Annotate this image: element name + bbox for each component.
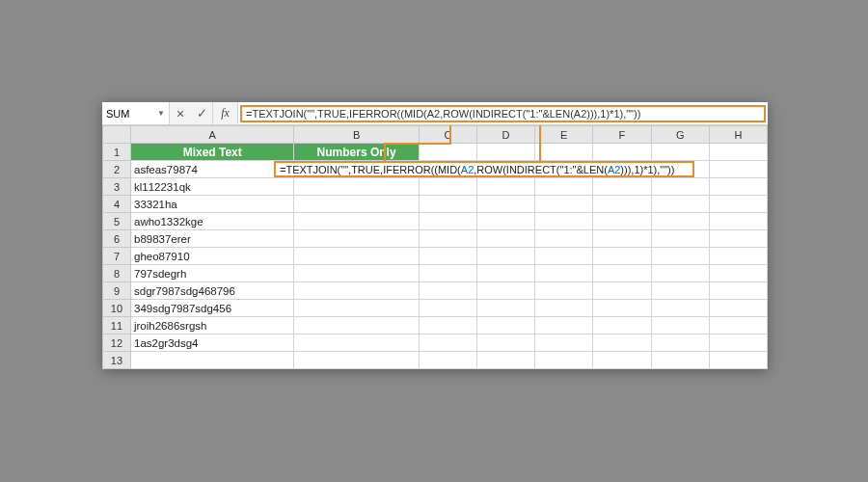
col-header-H[interactable]: H bbox=[709, 126, 767, 144]
cell-A13[interactable] bbox=[130, 352, 293, 369]
cell-B7[interactable] bbox=[294, 248, 419, 265]
cell-G1[interactable] bbox=[651, 144, 709, 161]
cell-B10[interactable] bbox=[294, 300, 419, 317]
cell-B12[interactable] bbox=[294, 335, 419, 352]
header-numbers-only[interactable]: Numbers Only bbox=[294, 144, 419, 161]
column-header-row: A B C D E F G H bbox=[103, 126, 768, 144]
col-header-G[interactable]: G bbox=[651, 126, 709, 144]
col-header-C[interactable]: C bbox=[419, 126, 476, 144]
cell-A6[interactable]: b89837erer bbox=[130, 230, 293, 248]
row-header-11[interactable]: 11 bbox=[103, 317, 131, 335]
row-header-2[interactable]: 2 bbox=[103, 161, 131, 178]
row-5: 5 awho1332kge bbox=[103, 213, 768, 230]
formula-bar-text: =TEXTJOIN("",TRUE,IFERROR((MID(A2,ROW(IN… bbox=[246, 108, 640, 120]
cell-E1[interactable] bbox=[535, 144, 593, 161]
name-box-value: SUM bbox=[106, 108, 129, 120]
cell-H1[interactable] bbox=[709, 144, 767, 161]
row-6: 6 b89837erer bbox=[103, 230, 768, 248]
row-1: 1 Mixed Text Numbers Only bbox=[103, 144, 768, 161]
row-3: 3 kl112231qk bbox=[103, 178, 768, 196]
cell-B3[interactable] bbox=[294, 178, 419, 196]
cell-A4[interactable]: 33321ha bbox=[130, 196, 293, 213]
cell-formula-overlay[interactable]: =TEXTJOIN("",TRUE,IFERROR((MID(A2,ROW(IN… bbox=[274, 161, 694, 177]
row-header-13[interactable]: 13 bbox=[103, 352, 131, 369]
cell-A5[interactable]: awho1332kge bbox=[130, 213, 293, 230]
row-header-12[interactable]: 12 bbox=[103, 335, 131, 352]
row-header-3[interactable]: 3 bbox=[103, 178, 131, 196]
col-header-D[interactable]: D bbox=[476, 126, 534, 144]
cell-D1[interactable] bbox=[476, 144, 534, 161]
cell-A10[interactable]: 349sdg7987sdg456 bbox=[130, 300, 293, 317]
formula-bar-input[interactable]: =TEXTJOIN("",TRUE,IFERROR((MID(A2,ROW(IN… bbox=[238, 102, 768, 124]
row-header-1[interactable]: 1 bbox=[103, 144, 131, 161]
cell-H2[interactable] bbox=[709, 161, 767, 178]
callout-line bbox=[384, 143, 386, 161]
row-13: 13 bbox=[103, 352, 768, 369]
formula-bar-buttons: × ✓ bbox=[170, 102, 213, 124]
cell-B13[interactable] bbox=[294, 352, 419, 369]
cell-C1[interactable] bbox=[419, 144, 476, 161]
fx-icon[interactable]: fx bbox=[213, 102, 238, 124]
row-header-7[interactable]: 7 bbox=[103, 248, 131, 265]
cell-B6[interactable] bbox=[294, 230, 419, 248]
row-7: 7 gheo87910 bbox=[103, 248, 768, 265]
row-10: 10 349sdg7987sdg456 bbox=[103, 300, 768, 317]
row-11: 11 jroih2686srgsh bbox=[103, 317, 768, 335]
enter-icon[interactable]: ✓ bbox=[191, 102, 212, 124]
cell-A11[interactable]: jroih2686srgsh bbox=[130, 317, 293, 335]
cell-B8[interactable] bbox=[294, 265, 419, 282]
row-header-4[interactable]: 4 bbox=[103, 196, 131, 213]
col-header-B[interactable]: B bbox=[294, 126, 419, 144]
name-box[interactable]: SUM ▼ bbox=[102, 102, 170, 124]
cell-F1[interactable] bbox=[593, 144, 651, 161]
cell-A12[interactable]: 1as2gr3dsg4 bbox=[130, 335, 293, 352]
excel-window: SUM ▼ × ✓ fx =TEXTJOIN("",TRUE,IFERROR((… bbox=[102, 102, 768, 369]
cell-A2[interactable]: asfeas79874 bbox=[130, 161, 293, 178]
formula-bar-row: SUM ▼ × ✓ fx =TEXTJOIN("",TRUE,IFERROR((… bbox=[102, 102, 768, 125]
select-all-corner[interactable] bbox=[103, 126, 131, 144]
callout-line bbox=[384, 143, 451, 145]
row-header-5[interactable]: 5 bbox=[103, 213, 131, 230]
row-4: 4 33321ha bbox=[103, 196, 768, 213]
row-header-8[interactable]: 8 bbox=[103, 265, 131, 282]
header-mixed-text[interactable]: Mixed Text bbox=[130, 144, 293, 161]
worksheet-grid[interactable]: A B C D E F G H 1 Mixed Text Numbers Onl… bbox=[102, 125, 768, 369]
col-header-F[interactable]: F bbox=[593, 126, 651, 144]
cell-B11[interactable] bbox=[294, 317, 419, 335]
cell-A8[interactable]: 797sdegrh bbox=[130, 265, 293, 282]
name-box-dropdown-icon[interactable]: ▼ bbox=[157, 109, 165, 118]
row-header-6[interactable]: 6 bbox=[103, 230, 131, 248]
formula-bar-highlight: =TEXTJOIN("",TRUE,IFERROR((MID(A2,ROW(IN… bbox=[240, 105, 766, 122]
callout-line bbox=[539, 125, 541, 161]
callout-line bbox=[449, 125, 451, 143]
row-8: 8 797sdegrh bbox=[103, 265, 768, 282]
row-12: 12 1as2gr3dsg4 bbox=[103, 335, 768, 352]
col-header-E[interactable]: E bbox=[535, 126, 593, 144]
row-header-9[interactable]: 9 bbox=[103, 282, 131, 300]
cell-A3[interactable]: kl112231qk bbox=[130, 178, 293, 196]
cell-A7[interactable]: gheo87910 bbox=[130, 248, 293, 265]
cancel-icon[interactable]: × bbox=[170, 102, 191, 124]
cell-A9[interactable]: sdgr7987sdg468796 bbox=[130, 282, 293, 300]
cell-B5[interactable] bbox=[294, 213, 419, 230]
row-9: 9 sdgr7987sdg468796 bbox=[103, 282, 768, 300]
cell-B4[interactable] bbox=[294, 196, 419, 213]
cell-C3[interactable] bbox=[419, 178, 476, 196]
row-header-10[interactable]: 10 bbox=[103, 300, 131, 317]
cell-B9[interactable] bbox=[294, 282, 419, 300]
col-header-A[interactable]: A bbox=[130, 126, 293, 144]
